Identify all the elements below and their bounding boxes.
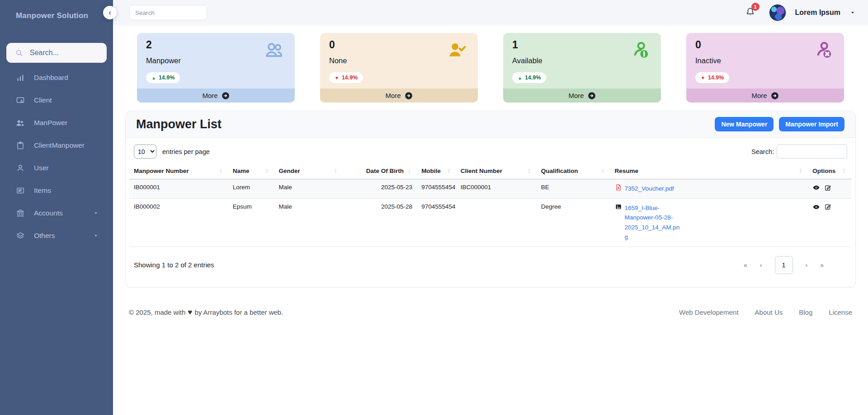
trend-value: 14.9% bbox=[708, 75, 724, 81]
column-label: Manpower Number bbox=[134, 168, 189, 174]
sidebar-item-label: Client bbox=[34, 96, 52, 104]
notifications-button[interactable]: 1 bbox=[745, 7, 755, 19]
more-button[interactable]: More bbox=[686, 89, 844, 103]
column-label: Date Of Birth bbox=[366, 168, 404, 174]
edit-icon[interactable] bbox=[824, 203, 831, 210]
more-label: More bbox=[385, 92, 401, 99]
bank-icon bbox=[15, 209, 25, 218]
edit-icon[interactable] bbox=[824, 184, 831, 191]
trend-value: 14.9% bbox=[525, 75, 541, 81]
column-header-options[interactable]: Options bbox=[812, 168, 847, 174]
column-header-manpower_number[interactable]: Manpower Number bbox=[134, 168, 224, 174]
new-manpower-button[interactable]: New Manpower bbox=[715, 117, 774, 131]
sidebar-item-manpower[interactable]: ManPower bbox=[0, 112, 113, 134]
trend-badge: ▼14.9% bbox=[329, 72, 363, 83]
sidebar-item-items[interactable]: Items bbox=[0, 179, 113, 202]
sort-icon bbox=[446, 168, 452, 174]
cell-gender: Male bbox=[274, 179, 344, 199]
pagination-next[interactable]: › bbox=[806, 261, 808, 269]
sidebar-item-others[interactable]: Others bbox=[0, 224, 113, 247]
more-button[interactable]: More bbox=[320, 89, 478, 103]
search-icon bbox=[15, 49, 23, 57]
trend-value: 14.9% bbox=[159, 75, 175, 81]
bar-chart-icon bbox=[15, 73, 25, 82]
column-header-mobile[interactable]: Mobile bbox=[421, 168, 452, 174]
caret-down-icon bbox=[91, 210, 100, 216]
column-label: Mobile bbox=[421, 168, 441, 174]
column-label: Name bbox=[233, 168, 250, 174]
table-row: IB000002EpsumMale2025-05-289704555454Deg… bbox=[129, 198, 852, 247]
resume-link[interactable]: 7352_Voucher.pdf bbox=[625, 184, 674, 194]
user-menu[interactable]: Lorem Ipsum bbox=[795, 9, 840, 17]
sidebar-item-client[interactable]: Client bbox=[0, 89, 113, 112]
eye-icon[interactable] bbox=[812, 184, 820, 191]
sort-icon bbox=[841, 168, 847, 174]
more-button[interactable]: More bbox=[503, 89, 661, 103]
arrow-right-circle-icon bbox=[222, 92, 230, 100]
resume-link[interactable]: 1659_I-Blue-Manpower-05-28-2025_10_14_AM… bbox=[625, 203, 683, 242]
pagination-first[interactable]: « bbox=[744, 261, 747, 269]
cell-date_of_birth: 2025-05-23 bbox=[343, 179, 417, 199]
footer-link-blog[interactable]: Blog bbox=[799, 308, 812, 316]
column-header-qualification[interactable]: Qualification bbox=[541, 168, 606, 174]
sort-icon bbox=[406, 168, 412, 174]
footer-link-license[interactable]: License bbox=[829, 308, 852, 316]
column-header-name[interactable]: Name bbox=[233, 168, 270, 174]
stat-cards: 2Manpower▲14.9%More0None▼14.9%More1Avail… bbox=[137, 33, 844, 103]
column-header-client_number[interactable]: Client Number bbox=[461, 168, 532, 174]
column-header-resume[interactable]: Resume bbox=[615, 168, 804, 174]
cell-manpower_number: IB000001 bbox=[129, 179, 228, 199]
arrow-right-circle-icon bbox=[588, 92, 596, 100]
sidebar-item-user[interactable]: User bbox=[0, 157, 113, 179]
sidebar: Manpower Solution ‹ Search... DashboardC… bbox=[0, 0, 113, 415]
stat-card-none: 0None▼14.9%More bbox=[320, 33, 478, 103]
entries-per-page-select[interactable]: 10 bbox=[134, 145, 156, 159]
sidebar-collapse-button[interactable]: ‹ bbox=[103, 6, 117, 19]
person-check-icon bbox=[447, 40, 467, 60]
sidebar-item-label: Others bbox=[34, 232, 55, 240]
chevron-down-icon[interactable] bbox=[849, 9, 856, 16]
page-footer: © 2025, made with ♥ by Arraybots for a b… bbox=[125, 308, 856, 317]
showing-entries-text: Showing 1 to 2 of 2 entries bbox=[134, 261, 214, 269]
more-label: More bbox=[568, 92, 584, 99]
notification-count-badge: 1 bbox=[751, 3, 760, 11]
cell-client_number: IBC000001 bbox=[456, 179, 537, 199]
pagination-last[interactable]: » bbox=[820, 261, 824, 269]
table-search-input[interactable] bbox=[777, 145, 847, 159]
sidebar-item-accounts[interactable]: Accounts bbox=[0, 202, 113, 224]
layers-icon bbox=[15, 231, 25, 240]
sort-icon bbox=[333, 168, 339, 174]
topbar-search-input[interactable] bbox=[129, 5, 207, 20]
client-screen-icon bbox=[15, 96, 25, 105]
pagination-page-1[interactable]: 1 bbox=[775, 256, 793, 274]
sidebar-search[interactable]: Search... bbox=[6, 43, 107, 63]
clipboard-icon bbox=[15, 141, 25, 150]
footer-link-web-developement[interactable]: Web Developement bbox=[679, 308, 738, 316]
more-button[interactable]: More bbox=[137, 89, 295, 103]
sidebar-item-label: ClientManpower bbox=[34, 141, 85, 149]
avatar[interactable] bbox=[769, 4, 786, 21]
manpower-list-panel: Manpower List New ManpowerManpower Impor… bbox=[125, 111, 856, 287]
sort-icon bbox=[797, 168, 803, 174]
cell-qualification: Degree bbox=[537, 198, 610, 247]
cell-name: Lorem bbox=[228, 179, 274, 199]
sidebar-item-clientmanpower[interactable]: ClientManpower bbox=[0, 134, 113, 157]
column-header-date_of_birth[interactable]: Date Of Birth bbox=[348, 168, 412, 174]
footer-link-about-us[interactable]: About Us bbox=[755, 308, 783, 316]
sidebar-nav: DashboardClientManPowerClientManpowerUse… bbox=[0, 66, 113, 247]
cell-name: Epsum bbox=[228, 198, 274, 247]
eye-icon[interactable] bbox=[812, 203, 820, 211]
trend-badge: ▼14.9% bbox=[695, 72, 729, 83]
caret-down-icon bbox=[91, 233, 100, 239]
sidebar-item-dashboard[interactable]: Dashboard bbox=[0, 66, 113, 89]
sort-icon bbox=[526, 168, 532, 174]
cell-date_of_birth: 2025-05-28 bbox=[343, 198, 417, 247]
page-title: Manpower List bbox=[136, 117, 222, 131]
copyright: © 2025, made with ♥ by Arraybots for a b… bbox=[129, 308, 283, 317]
column-label: Options bbox=[812, 168, 835, 174]
column-header-gender[interactable]: Gender bbox=[279, 168, 339, 174]
pagination-prev[interactable]: ‹ bbox=[760, 261, 762, 269]
cell-qualification: BE bbox=[537, 179, 610, 199]
manpower-import-button[interactable]: Manpower Import bbox=[779, 117, 844, 131]
people-fill-icon bbox=[15, 118, 25, 128]
